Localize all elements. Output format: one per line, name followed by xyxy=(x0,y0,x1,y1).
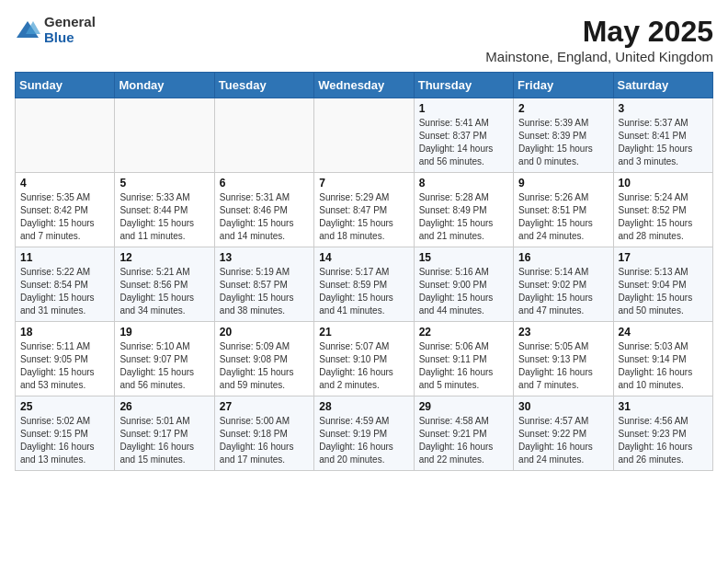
day-info: Sunrise: 5:41 AM Sunset: 8:37 PM Dayligh… xyxy=(419,117,508,168)
calendar-cell: 1Sunrise: 5:41 AM Sunset: 8:37 PM Daylig… xyxy=(414,98,513,173)
day-number: 28 xyxy=(319,400,408,413)
calendar-cell: 15Sunrise: 5:16 AM Sunset: 9:00 PM Dayli… xyxy=(414,247,513,322)
weekday-header-wednesday: Wednesday xyxy=(314,73,414,98)
day-info: Sunrise: 5:31 AM Sunset: 8:46 PM Dayligh… xyxy=(220,191,309,243)
day-number: 11 xyxy=(20,251,109,264)
calendar-cell: 4Sunrise: 5:35 AM Sunset: 8:42 PM Daylig… xyxy=(16,173,115,247)
calendar-cell: 25Sunrise: 5:02 AM Sunset: 9:15 PM Dayli… xyxy=(16,396,115,471)
day-number: 14 xyxy=(319,251,408,264)
calendar-cell: 7Sunrise: 5:29 AM Sunset: 8:47 PM Daylig… xyxy=(314,173,414,247)
calendar-cell: 6Sunrise: 5:31 AM Sunset: 8:46 PM Daylig… xyxy=(214,173,313,247)
weekday-header-saturday: Saturday xyxy=(613,73,712,98)
header: General Blue May 2025 Mainstone, England… xyxy=(15,15,713,64)
day-info: Sunrise: 5:33 AM Sunset: 8:44 PM Dayligh… xyxy=(119,191,209,243)
calendar-cell: 24Sunrise: 5:03 AM Sunset: 9:14 PM Dayli… xyxy=(613,322,712,396)
calendar-cell: 21Sunrise: 5:07 AM Sunset: 9:10 PM Dayli… xyxy=(314,322,414,396)
day-info: Sunrise: 5:21 AM Sunset: 8:56 PM Dayligh… xyxy=(119,266,209,317)
day-info: Sunrise: 5:28 AM Sunset: 8:49 PM Dayligh… xyxy=(419,191,508,243)
calendar-week-2: 11Sunrise: 5:22 AM Sunset: 8:54 PM Dayli… xyxy=(16,247,713,322)
calendar-cell: 9Sunrise: 5:26 AM Sunset: 8:51 PM Daylig… xyxy=(514,173,613,247)
day-info: Sunrise: 5:09 AM Sunset: 9:08 PM Dayligh… xyxy=(220,340,309,392)
calendar-cell xyxy=(214,98,313,173)
weekday-header-row: SundayMondayTuesdayWednesdayThursdayFrid… xyxy=(16,73,713,98)
logo-blue-label: Blue xyxy=(44,30,96,46)
day-number: 5 xyxy=(119,177,209,190)
calendar-cell: 20Sunrise: 5:09 AM Sunset: 9:08 PM Dayli… xyxy=(214,322,313,396)
day-info: Sunrise: 5:26 AM Sunset: 8:51 PM Dayligh… xyxy=(518,191,608,243)
day-info: Sunrise: 5:03 AM Sunset: 9:14 PM Dayligh… xyxy=(619,340,708,392)
day-number: 12 xyxy=(119,251,209,264)
weekday-header-monday: Monday xyxy=(115,73,214,98)
day-info: Sunrise: 5:29 AM Sunset: 8:47 PM Dayligh… xyxy=(319,191,408,243)
day-number: 23 xyxy=(518,326,608,339)
calendar-cell: 23Sunrise: 5:05 AM Sunset: 9:13 PM Dayli… xyxy=(514,322,613,396)
day-number: 2 xyxy=(518,102,608,115)
calendar-cell: 28Sunrise: 4:59 AM Sunset: 9:19 PM Dayli… xyxy=(314,396,414,471)
calendar-cell xyxy=(115,98,214,173)
calendar-cell: 3Sunrise: 5:37 AM Sunset: 8:41 PM Daylig… xyxy=(613,98,712,173)
day-number: 9 xyxy=(518,177,608,190)
logo-text: General Blue xyxy=(44,15,96,45)
day-info: Sunrise: 5:00 AM Sunset: 9:18 PM Dayligh… xyxy=(220,415,309,466)
calendar-cell xyxy=(16,98,115,173)
day-number: 10 xyxy=(619,177,708,190)
calendar-cell: 29Sunrise: 4:58 AM Sunset: 9:21 PM Dayli… xyxy=(414,396,513,471)
calendar-cell: 27Sunrise: 5:00 AM Sunset: 9:18 PM Dayli… xyxy=(214,396,313,471)
day-info: Sunrise: 5:22 AM Sunset: 8:54 PM Dayligh… xyxy=(20,266,109,317)
day-number: 20 xyxy=(220,326,309,339)
logo-icon xyxy=(15,17,40,43)
calendar-week-1: 4Sunrise: 5:35 AM Sunset: 8:42 PM Daylig… xyxy=(16,173,713,247)
day-number: 3 xyxy=(619,102,708,115)
day-info: Sunrise: 5:01 AM Sunset: 9:17 PM Dayligh… xyxy=(119,415,209,466)
day-number: 29 xyxy=(419,400,508,413)
day-info: Sunrise: 5:24 AM Sunset: 8:52 PM Dayligh… xyxy=(619,191,708,243)
weekday-header-tuesday: Tuesday xyxy=(214,73,313,98)
day-number: 7 xyxy=(319,177,408,190)
day-info: Sunrise: 5:39 AM Sunset: 8:39 PM Dayligh… xyxy=(518,117,608,168)
calendar-week-0: 1Sunrise: 5:41 AM Sunset: 8:37 PM Daylig… xyxy=(16,98,713,173)
day-info: Sunrise: 5:14 AM Sunset: 9:02 PM Dayligh… xyxy=(518,266,608,317)
calendar-week-3: 18Sunrise: 5:11 AM Sunset: 9:05 PM Dayli… xyxy=(16,322,713,396)
day-number: 8 xyxy=(419,177,508,190)
logo: General Blue xyxy=(15,15,96,45)
logo-general-label: General xyxy=(44,15,96,30)
day-number: 16 xyxy=(518,251,608,264)
day-info: Sunrise: 4:56 AM Sunset: 9:23 PM Dayligh… xyxy=(619,415,708,466)
weekday-header-sunday: Sunday xyxy=(16,73,115,98)
weekday-header-thursday: Thursday xyxy=(414,73,513,98)
day-number: 4 xyxy=(20,177,109,190)
calendar-table: SundayMondayTuesdayWednesdayThursdayFrid… xyxy=(15,72,713,471)
day-info: Sunrise: 4:58 AM Sunset: 9:21 PM Dayligh… xyxy=(419,415,508,466)
day-number: 27 xyxy=(220,400,309,413)
day-info: Sunrise: 5:02 AM Sunset: 9:15 PM Dayligh… xyxy=(20,415,109,466)
day-number: 31 xyxy=(619,400,708,413)
calendar-cell: 22Sunrise: 5:06 AM Sunset: 9:11 PM Dayli… xyxy=(414,322,513,396)
day-number: 6 xyxy=(220,177,309,190)
calendar-cell: 11Sunrise: 5:22 AM Sunset: 8:54 PM Dayli… xyxy=(16,247,115,322)
calendar-cell: 16Sunrise: 5:14 AM Sunset: 9:02 PM Dayli… xyxy=(514,247,613,322)
calendar-cell: 8Sunrise: 5:28 AM Sunset: 8:49 PM Daylig… xyxy=(414,173,513,247)
calendar-cell: 12Sunrise: 5:21 AM Sunset: 8:56 PM Dayli… xyxy=(115,247,214,322)
day-number: 19 xyxy=(119,326,209,339)
day-info: Sunrise: 4:59 AM Sunset: 9:19 PM Dayligh… xyxy=(319,415,408,466)
day-info: Sunrise: 5:35 AM Sunset: 8:42 PM Dayligh… xyxy=(20,191,109,243)
day-number: 30 xyxy=(518,400,608,413)
day-info: Sunrise: 5:07 AM Sunset: 9:10 PM Dayligh… xyxy=(319,340,408,392)
day-info: Sunrise: 5:37 AM Sunset: 8:41 PM Dayligh… xyxy=(619,117,708,168)
calendar-cell: 13Sunrise: 5:19 AM Sunset: 8:57 PM Dayli… xyxy=(214,247,313,322)
day-info: Sunrise: 5:06 AM Sunset: 9:11 PM Dayligh… xyxy=(419,340,508,392)
day-number: 22 xyxy=(419,326,508,339)
calendar-cell: 30Sunrise: 4:57 AM Sunset: 9:22 PM Dayli… xyxy=(514,396,613,471)
day-number: 17 xyxy=(619,251,708,264)
day-number: 21 xyxy=(319,326,408,339)
day-number: 24 xyxy=(619,326,708,339)
day-number: 15 xyxy=(419,251,508,264)
day-number: 26 xyxy=(119,400,209,413)
calendar-week-4: 25Sunrise: 5:02 AM Sunset: 9:15 PM Dayli… xyxy=(16,396,713,471)
day-number: 25 xyxy=(20,400,109,413)
day-number: 13 xyxy=(220,251,309,264)
day-info: Sunrise: 5:19 AM Sunset: 8:57 PM Dayligh… xyxy=(220,266,309,317)
day-info: Sunrise: 5:16 AM Sunset: 9:00 PM Dayligh… xyxy=(419,266,508,317)
day-number: 18 xyxy=(20,326,109,339)
day-number: 1 xyxy=(419,102,508,115)
